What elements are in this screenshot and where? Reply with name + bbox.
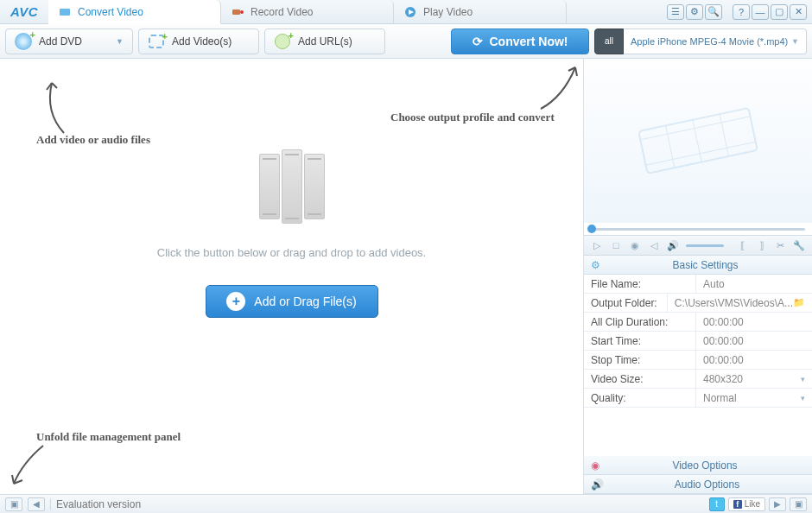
start-time-value[interactable]: 00:00:00 <box>696 335 812 347</box>
folder-icon[interactable]: 📁 <box>793 297 805 308</box>
convert-icon <box>59 6 71 18</box>
maximize-button[interactable]: ▢ <box>771 4 788 20</box>
gear-icon: ⚙ <box>591 259 600 271</box>
add-files-button[interactable]: + Add or Drag File(s) <box>206 285 378 318</box>
setting-label: Output Folder: <box>584 294 668 312</box>
chevron-down-icon: ▾ <box>801 394 805 402</box>
refresh-icon: ⟳ <box>473 35 483 48</box>
app-logo: AVC <box>0 0 48 23</box>
cut-button[interactable]: ✂ <box>772 238 788 252</box>
annotation-add-files: Add video or audio files <box>36 133 150 147</box>
profile-label: Apple iPhone MPEG-4 Movie (*.mp4) <box>631 36 788 47</box>
output-profile: all Apple iPhone MPEG-4 Movie (*.mp4) ▼ <box>594 28 807 54</box>
preview-pane <box>584 59 812 223</box>
audio-options-header[interactable]: 🔊 Audio Options <box>584 475 812 494</box>
stop-time-value[interactable]: 00:00:00 <box>696 354 812 366</box>
preview-slider[interactable] <box>584 223 812 235</box>
setting-label: Stop Time: <box>584 351 696 369</box>
panel-toggle2-button[interactable]: ▣ <box>790 497 807 511</box>
svg-line-7 <box>666 125 675 168</box>
setting-label: Video Size: <box>584 370 696 388</box>
section-title: Video Options <box>605 459 805 472</box>
help-button[interactable]: ? <box>733 4 750 20</box>
titlebar: AVC Convert Video Record Video Play Vide… <box>0 0 812 24</box>
stop-button[interactable]: □ <box>608 238 624 252</box>
svg-line-9 <box>720 114 728 156</box>
panel-next-button[interactable]: ▶ <box>769 497 786 511</box>
prev-button[interactable]: ◁ <box>646 238 662 252</box>
play-button[interactable]: ▷ <box>589 238 605 252</box>
quality-select[interactable]: Normal▾ <box>696 392 812 404</box>
tab-play-video[interactable]: Play Video <box>394 0 567 23</box>
mark-out-button[interactable]: ⟧ <box>753 238 769 252</box>
setting-label: Quality: <box>584 389 696 407</box>
drop-hint: Click the button below or drag and drop … <box>157 246 426 259</box>
snapshot-button[interactable]: ◉ <box>627 238 643 252</box>
toolbar: Add DVD ▼ Add Video(s) Add URL(s) ⟳ Conv… <box>0 24 812 59</box>
film-icon <box>148 33 165 50</box>
file-name-value[interactable]: Auto <box>696 278 812 290</box>
add-urls-button[interactable]: Add URL(s) <box>264 28 385 54</box>
menu-button[interactable]: ☰ <box>667 4 684 20</box>
volume-slider[interactable] <box>686 244 724 247</box>
tab-label: Play Video <box>423 6 473 18</box>
svg-rect-4 <box>638 108 758 174</box>
button-label: Add DVD <box>39 35 82 48</box>
tab-record-video[interactable]: Record Video <box>221 0 394 23</box>
close-button[interactable]: ✕ <box>790 4 807 20</box>
volume-button[interactable]: 🔊 <box>665 238 681 252</box>
side-panel: ▷ □ ◉ ◁ 🔊 ⟦ ⟧ ✂ 🔧 ⚙ Basic Settings File … <box>584 59 812 494</box>
preview-controls: ▷ □ ◉ ◁ 🔊 ⟦ ⟧ ✂ 🔧 <box>584 235 812 256</box>
button-label: Add Video(s) <box>172 35 232 48</box>
panel-prev-button[interactable]: ◀ <box>28 497 45 511</box>
window-controls: ☰ ⚙ 🔍 ? — ▢ ✕ <box>662 0 812 23</box>
chevron-down-icon: ▼ <box>791 37 799 46</box>
play-icon <box>404 6 416 18</box>
add-dvd-button[interactable]: Add DVD ▼ <box>5 28 133 54</box>
tools-button[interactable]: 🔧 <box>791 238 807 252</box>
minimize-button[interactable]: — <box>752 4 769 20</box>
basic-settings: File Name:Auto Output Folder:C:\Users\VM… <box>584 275 812 408</box>
add-videos-button[interactable]: Add Video(s) <box>138 28 259 54</box>
video-icon: ◉ <box>591 459 599 472</box>
panel-toggle-button[interactable]: ▣ <box>5 497 22 511</box>
annotation-arrow-icon <box>38 78 73 135</box>
annotation-arrow-icon <box>537 62 586 112</box>
audio-icon: 🔊 <box>591 478 604 491</box>
facebook-like-button[interactable]: fLike <box>728 497 765 511</box>
section-title: Basic Settings <box>606 259 805 271</box>
record-icon <box>232 6 244 18</box>
chevron-down-icon: ▼ <box>116 37 124 46</box>
video-size-select[interactable]: 480x320▾ <box>696 373 812 385</box>
disc-icon <box>15 33 32 50</box>
button-label: Add URL(s) <box>298 35 352 48</box>
output-folder-value[interactable]: C:\Users\VMS\Videos\A...📁 <box>668 297 812 309</box>
basic-settings-header[interactable]: ⚙ Basic Settings <box>584 256 812 275</box>
button-label: Convert Now! <box>490 35 568 48</box>
svg-rect-0 <box>60 9 70 16</box>
settings-button[interactable]: ⚙ <box>686 4 703 20</box>
video-options-header[interactable]: ◉ Video Options <box>584 456 812 475</box>
globe-icon <box>274 33 291 50</box>
profile-selector[interactable]: Apple iPhone MPEG-4 Movie (*.mp4) ▼ <box>624 28 807 54</box>
annotation-choose-profile: Choose output profile and convert <box>390 111 555 124</box>
status-bar: ▣ ◀ Evaluation version t fLike ▶ ▣ <box>0 494 812 513</box>
profile-badge[interactable]: all <box>594 28 624 54</box>
twitter-button[interactable]: t <box>709 497 725 511</box>
filmstrip-placeholder-icon <box>259 154 325 224</box>
setting-label: All Clip Duration: <box>584 313 696 331</box>
drop-zone[interactable]: Click the button below or drag and drop … <box>0 59 584 494</box>
convert-now-button[interactable]: ⟳ Convert Now! <box>451 28 589 54</box>
svg-rect-1 <box>232 10 240 15</box>
tab-convert-video[interactable]: Convert Video <box>48 0 221 24</box>
tab-label: Record Video <box>251 6 314 18</box>
annotation-unfold-panel: Unfold file management panel <box>36 430 181 444</box>
svg-line-8 <box>693 120 701 162</box>
mark-in-button[interactable]: ⟦ <box>734 238 750 252</box>
plus-icon: + <box>226 292 245 311</box>
setting-label: File Name: <box>584 275 696 293</box>
section-title: Audio Options <box>609 478 805 491</box>
tab-bar: Convert Video Record Video Play Video <box>48 0 662 23</box>
search-button[interactable]: 🔍 <box>705 4 722 20</box>
chevron-down-icon: ▾ <box>801 375 805 383</box>
